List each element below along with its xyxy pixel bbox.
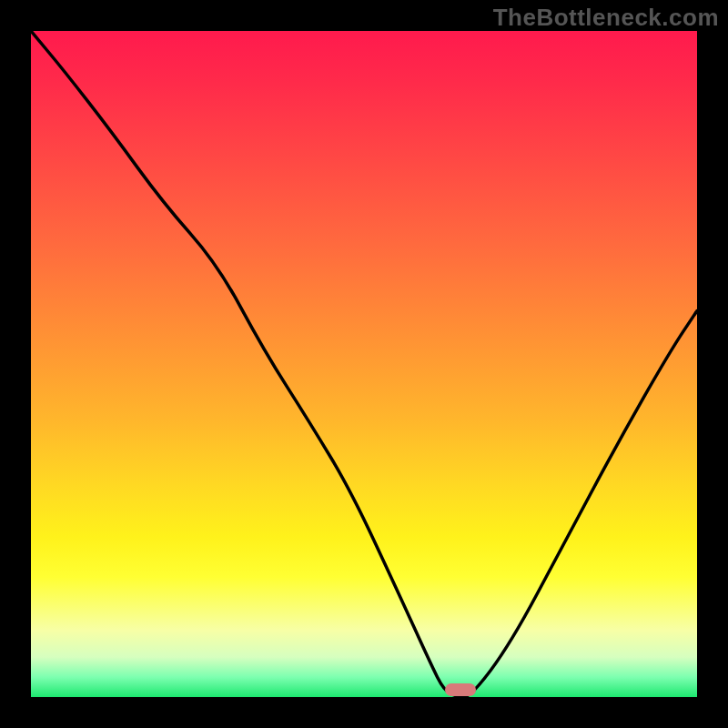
chart-frame: TheBottleneck.com bbox=[0, 0, 728, 728]
watermark-text: TheBottleneck.com bbox=[493, 4, 719, 32]
plot-area bbox=[31, 31, 697, 697]
bottleneck-curve bbox=[31, 31, 697, 697]
optimal-point-marker bbox=[445, 683, 476, 696]
